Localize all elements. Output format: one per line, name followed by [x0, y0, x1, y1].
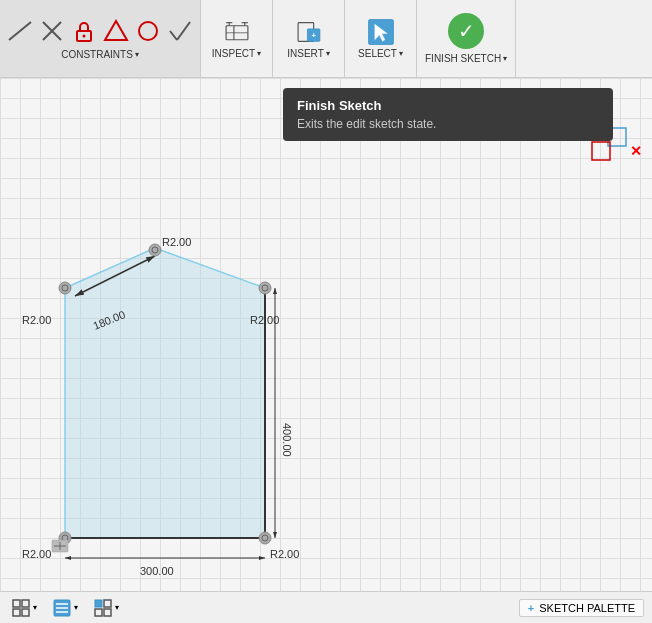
select-group[interactable]: SELECT ▾ [345, 0, 417, 77]
sketch-palette-button[interactable]: + SKETCH PALETTE [519, 599, 644, 617]
svg-text:+: + [311, 31, 316, 40]
cross-icon[interactable] [38, 17, 66, 45]
svg-rect-63 [104, 600, 111, 607]
svg-point-4 [83, 35, 86, 38]
constraints-label[interactable]: CONSTRAINTS ▾ [61, 49, 139, 60]
svg-text:R2.00: R2.00 [270, 548, 299, 560]
triangle-icon[interactable] [102, 17, 130, 45]
lock-icon[interactable] [70, 17, 98, 45]
grid-icon [12, 599, 30, 617]
finish-sketch-label[interactable]: FINISH SKETCH ▾ [425, 53, 507, 64]
svg-rect-55 [22, 600, 29, 607]
inspect-group[interactable]: INSPECT ▾ [201, 0, 273, 77]
svg-point-35 [59, 282, 71, 294]
select-label[interactable]: SELECT ▾ [358, 48, 403, 59]
constraints-icons [6, 17, 194, 45]
alt-view-icon [94, 599, 112, 617]
svg-text:R2.00: R2.00 [250, 314, 279, 326]
svg-rect-54 [13, 600, 20, 607]
svg-point-37 [259, 282, 271, 294]
svg-line-7 [170, 31, 177, 40]
constraints-group[interactable]: CONSTRAINTS ▾ [0, 0, 201, 77]
line-icon[interactable] [6, 17, 34, 45]
circle-icon[interactable] [134, 17, 162, 45]
svg-rect-57 [22, 609, 29, 616]
bottom-left-controls: ▾ ▾ ▾ [8, 597, 123, 619]
svg-rect-65 [104, 609, 111, 616]
list-caret: ▾ [74, 603, 78, 612]
bottom-left-constraint [52, 540, 68, 552]
svg-line-0 [9, 22, 31, 40]
svg-text:300.00: 300.00 [140, 565, 174, 577]
tooltip-description: Exits the edit sketch state. [297, 117, 599, 131]
finish-sketch-icon: ✓ [448, 13, 484, 49]
svg-text:400.00: 400.00 [281, 423, 293, 457]
canvas-area: Finish Sketch Exits the edit sketch stat… [0, 78, 652, 623]
svg-rect-56 [13, 609, 20, 616]
svg-rect-62 [95, 600, 102, 607]
finish-sketch-tooltip: Finish Sketch Exits the edit sketch stat… [283, 88, 613, 141]
grid-view-button[interactable]: ▾ [8, 597, 41, 619]
list-view-button[interactable]: ▾ [49, 597, 82, 619]
tooltip-title: Finish Sketch [297, 98, 599, 113]
select-icon [367, 18, 395, 46]
alt-view-caret: ▾ [115, 603, 119, 612]
inspect-label[interactable]: INSPECT ▾ [212, 48, 261, 59]
slash-icon[interactable] [166, 17, 194, 45]
svg-point-6 [139, 22, 157, 40]
svg-rect-64 [95, 609, 102, 616]
insert-group[interactable]: + INSERT ▾ [273, 0, 345, 77]
sketch-palette-label: SKETCH PALETTE [539, 602, 635, 614]
svg-point-41 [259, 532, 271, 544]
inspect-icon [223, 18, 251, 46]
svg-text:R2.00: R2.00 [22, 314, 51, 326]
svg-text:R2.00: R2.00 [162, 236, 191, 248]
svg-marker-5 [105, 21, 127, 40]
grid-caret: ▾ [33, 603, 37, 612]
sketch-palette-plus: + [528, 602, 534, 614]
svg-text:R2.00: R2.00 [22, 548, 51, 560]
finish-sketch-group[interactable]: ✓ FINISH SKETCH ▾ [417, 0, 516, 77]
insert-label[interactable]: INSERT ▾ [287, 48, 330, 59]
svg-marker-22 [65, 248, 265, 538]
insert-icon: + [295, 18, 323, 46]
svg-line-8 [177, 22, 190, 40]
bottom-bar: ▾ ▾ ▾ [0, 591, 652, 623]
list-icon [53, 599, 71, 617]
alt-view-button[interactable]: ▾ [90, 597, 123, 619]
sketch-drawing: R2.00 R2.00 R2.00 R2.00 R2.00 180.00 400… [0, 78, 652, 623]
toolbar: CONSTRAINTS ▾ INSPECT ▾ [0, 0, 652, 78]
svg-point-33 [149, 244, 161, 256]
